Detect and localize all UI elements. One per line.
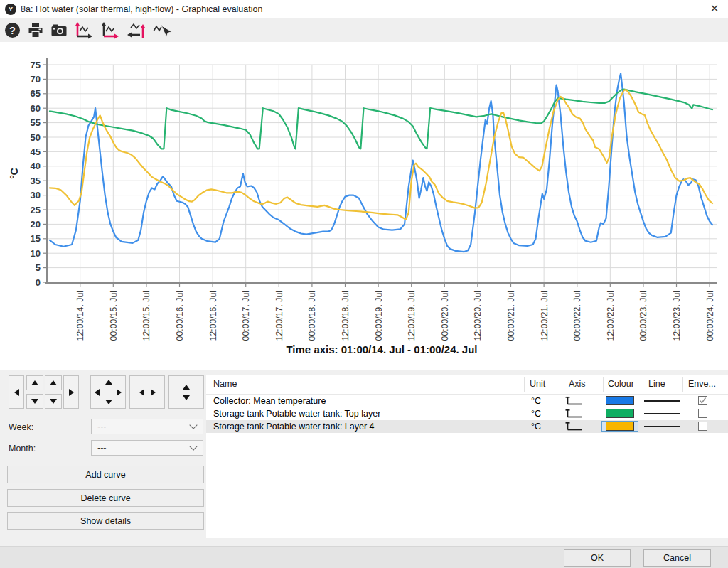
curve-table: Name Unit Axis Colour Line Enve... Colle…	[206, 375, 728, 538]
check-icon	[699, 397, 707, 404]
column-divider	[643, 377, 643, 392]
curve-unit: °C	[531, 396, 541, 406]
select-curve-icon[interactable]	[152, 21, 172, 40]
pan-horizontal-button[interactable]	[129, 375, 165, 409]
arrow-down-icon	[105, 400, 112, 404]
arrow-down-icon	[50, 399, 57, 404]
arrow-left-icon	[14, 389, 19, 396]
colour-cell[interactable]	[601, 408, 638, 419]
chevron-down-icon	[189, 421, 197, 429]
svg-text:00:00/18. Jul: 00:00/18. Jul	[307, 291, 317, 341]
svg-text:12:00/19. Jul: 12:00/19. Jul	[407, 291, 417, 341]
delete-curve-button[interactable]: Delete curve	[7, 489, 204, 507]
svg-text:12:00/17. Jul: 12:00/17. Jul	[274, 291, 284, 341]
arrow-right-icon	[69, 389, 74, 396]
line-style-sample[interactable]	[644, 426, 680, 427]
arrow-down-icon	[31, 399, 38, 404]
line-style-sample[interactable]	[644, 400, 680, 402]
axis-icon[interactable]	[564, 421, 584, 432]
colour-cell[interactable]	[601, 421, 638, 432]
ok-button[interactable]: OK	[564, 549, 631, 567]
arrow-down-icon	[183, 395, 190, 400]
svg-text:55: 55	[31, 117, 41, 128]
dialog-footer: OK Cancel	[0, 546, 728, 568]
curve-table-body: Collector: Mean temperature°CStorage tan…	[206, 395, 728, 433]
svg-text:00:00/22. Jul: 00:00/22. Jul	[572, 291, 582, 341]
svg-text:00:00/23. Jul: 00:00/23. Jul	[638, 291, 648, 341]
table-row[interactable]: Storage tank Potable water tank: Layer 4…	[206, 420, 728, 433]
month-select[interactable]: ---	[91, 440, 203, 456]
axis-icon[interactable]	[564, 395, 584, 406]
line-style-sample[interactable]	[644, 413, 680, 414]
show-details-button[interactable]: Show details	[7, 512, 204, 530]
zoom-y2-out-button[interactable]	[45, 394, 62, 409]
zoom-y-out-button[interactable]	[26, 394, 43, 409]
add-curve-button[interactable]: Add curve	[7, 466, 204, 483]
colour-swatch[interactable]	[606, 409, 634, 418]
colour-swatch[interactable]	[606, 396, 634, 405]
zoom-y-in-button[interactable]	[26, 375, 43, 390]
close-icon[interactable]: ✕	[707, 1, 722, 16]
shift-time-axis-icon[interactable]	[126, 21, 147, 40]
svg-text:?: ?	[9, 25, 16, 36]
svg-text:40: 40	[31, 161, 41, 171]
arrow-up-icon	[105, 380, 112, 385]
svg-text:12:00/22. Jul: 12:00/22. Jul	[606, 291, 616, 341]
toolbar: ?	[0, 18, 728, 42]
arrow-right-icon	[151, 389, 156, 396]
svg-text:35: 35	[31, 176, 41, 186]
svg-text:12:00/21. Jul: 12:00/21. Jul	[540, 291, 550, 341]
help-icon[interactable]: ?	[3, 21, 21, 40]
pan-vertical-button[interactable]	[168, 375, 204, 409]
arrow-left-icon	[95, 389, 100, 396]
svg-text:5: 5	[36, 262, 41, 273]
svg-text:20: 20	[31, 219, 41, 230]
pan-left-button[interactable]	[9, 375, 24, 409]
colour-swatch[interactable]	[606, 422, 634, 431]
svg-text:00:00/24. Jul: 00:00/24. Jul	[705, 291, 715, 341]
month-label: Month:	[9, 444, 36, 454]
svg-text:0: 0	[36, 277, 41, 288]
svg-text:10: 10	[31, 248, 41, 259]
scale-y-axis-icon[interactable]	[73, 21, 95, 40]
column-header-colour: Colour	[608, 379, 634, 389]
table-row[interactable]: Storage tank Potable water tank: Top lay…	[206, 407, 728, 420]
week-select[interactable]: ---	[91, 419, 203, 434]
pan-all-button[interactable]	[90, 375, 126, 409]
svg-text:25: 25	[31, 205, 41, 215]
cancel-button[interactable]: Cancel	[643, 549, 711, 567]
column-header-unit: Unit	[530, 379, 545, 389]
month-value: ---	[97, 443, 107, 453]
svg-text:00:00/19. Jul: 00:00/19. Jul	[374, 291, 384, 341]
app-icon: Y	[5, 4, 16, 15]
curve-name: Collector: Mean temperature	[213, 396, 515, 406]
pan-right-button[interactable]	[63, 375, 79, 409]
curve-unit: °C	[531, 422, 541, 432]
svg-text:12:00/16. Jul: 12:00/16. Jul	[208, 291, 218, 341]
y-axis-label: °C	[9, 168, 20, 179]
axis-icon[interactable]	[564, 408, 584, 419]
camera-icon[interactable]	[50, 21, 68, 40]
arrow-up-icon	[31, 380, 38, 385]
table-row[interactable]: Collector: Mean temperature°C	[206, 395, 728, 407]
column-divider	[682, 377, 683, 392]
time-axis-title: Time axis: 01:00/14. Jul - 01:00/24. Jul	[286, 343, 477, 355]
colour-cell[interactable]	[601, 395, 638, 406]
svg-text:75: 75	[31, 60, 41, 70]
print-icon[interactable]	[26, 21, 45, 40]
arrow-right-icon	[117, 389, 122, 396]
svg-text:00:00/20. Jul: 00:00/20. Jul	[440, 291, 450, 341]
svg-text:12:00/23. Jul: 12:00/23. Jul	[672, 291, 682, 341]
zoom-y2-in-button[interactable]	[45, 375, 62, 390]
svg-text:00:00/15. Jul: 00:00/15. Jul	[109, 291, 119, 341]
envelope-checkbox[interactable]	[698, 409, 707, 418]
temperature-line-chart: 05101520253035404550556065707512:00/14. …	[0, 42, 728, 370]
envelope-checkbox[interactable]	[698, 422, 707, 431]
scale-x-axis-icon[interactable]	[100, 21, 121, 40]
column-header-line: Line	[648, 379, 665, 389]
chevron-down-icon	[189, 442, 197, 450]
envelope-checkbox[interactable]	[698, 396, 707, 405]
column-header-name: Name	[213, 379, 237, 389]
column-divider	[603, 377, 604, 392]
arrow-up-icon	[50, 380, 57, 385]
